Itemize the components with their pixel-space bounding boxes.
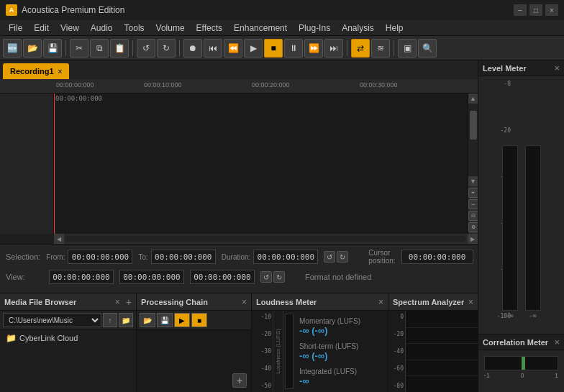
bottom-panels: Media File Browser × + C:\Users\new\Musi… <box>0 293 478 392</box>
sel-undo-button[interactable]: ↺ <box>324 251 335 263</box>
path-folder-button[interactable]: 📁 <box>119 313 133 327</box>
integrated-label: Integrated (LUFS) <box>299 368 383 375</box>
menu-help[interactable]: Help <box>380 22 409 35</box>
chain-play-btn[interactable]: ▶ <box>174 313 190 327</box>
selection-from-input[interactable] <box>68 250 132 264</box>
titlebar: A Acoustica Premium Edition − □ × <box>0 0 564 20</box>
scroll-right-arrow[interactable]: ▶ <box>468 234 478 244</box>
scroll-up-arrow[interactable]: ▲ <box>468 94 478 104</box>
view-undo-button[interactable]: ↺ <box>260 271 272 283</box>
copy-button[interactable]: ⧉ <box>90 39 109 58</box>
open-button[interactable]: 📂 <box>23 39 42 58</box>
sync-button[interactable]: ≋ <box>371 39 390 58</box>
selection-to-input[interactable] <box>151 250 216 264</box>
menu-analysis[interactable]: Analysis <box>336 22 380 35</box>
view-to-input[interactable] <box>119 270 184 284</box>
chain-add-button[interactable]: + <box>232 373 247 388</box>
waveform-canvas[interactable]: 00:00:00:000 <box>54 94 468 234</box>
spectrum-close[interactable]: × <box>468 297 473 307</box>
waveform-area: 00:00:00:000 ▲ ▼ + − ⊡ ⚙ <box>0 94 478 234</box>
processing-chain-close[interactable]: × <box>242 297 247 307</box>
horizontal-scrollbar: ◀ ▶ <box>54 234 478 244</box>
fast-forward-button[interactable]: ⏩ <box>304 39 323 58</box>
corr-labels: -1 0 1 <box>484 372 558 379</box>
goto-end-button[interactable]: ⏭ <box>324 39 343 58</box>
cursor-pos-input[interactable] <box>401 250 473 264</box>
menu-effects[interactable]: Effects <box>191 22 228 35</box>
meter-bar-left <box>502 145 518 311</box>
menu-enhancement[interactable]: Enhancement <box>228 22 293 35</box>
path-up-button[interactable]: ↑ <box>103 313 117 327</box>
search-button[interactable]: 🔍 <box>418 39 437 58</box>
loudness-meter-close[interactable]: × <box>378 297 383 307</box>
time-display: 00:00:00:000 <box>55 95 102 102</box>
close-tab-icon[interactable]: × <box>58 68 63 76</box>
menu-file[interactable]: File <box>3 22 28 35</box>
menu-view[interactable]: View <box>55 22 85 35</box>
vertical-scrollbar: ▲ ▼ + − ⊡ ⚙ <box>468 94 478 234</box>
redo-button[interactable]: ↻ <box>157 39 176 58</box>
sel-redo-button[interactable]: ↻ <box>337 251 348 263</box>
zoom-in-plus[interactable]: + <box>468 188 478 198</box>
media-browser-add[interactable]: + <box>126 296 132 308</box>
chain-open-btn[interactable]: 📂 <box>140 313 155 327</box>
scroll-track-vertical[interactable] <box>468 104 478 176</box>
menu-audio[interactable]: Audio <box>85 22 119 35</box>
menu-plugins[interactable]: Plug-Ins <box>293 22 336 35</box>
goto-start-button[interactable]: ⏮ <box>204 39 222 58</box>
menu-tools[interactable]: Tools <box>119 22 150 35</box>
level-meter-close[interactable]: × <box>554 63 560 73</box>
corr-meter-close[interactable]: × <box>554 337 560 347</box>
level-meter-visual: -8 -20 -40 -60 -80 -100 -∞ <box>478 76 564 334</box>
media-path-bar: C:\Users\new\Music ↑ 📁 <box>0 311 136 330</box>
timeline-ruler: 00:00:00:000 00:00:10:000 00:00:20:000 0… <box>0 79 478 94</box>
loudness-bar <box>285 314 294 389</box>
momentary-value: -∞ (-∞) <box>299 325 383 336</box>
view-duration-input[interactable] <box>190 270 255 284</box>
close-button[interactable]: × <box>545 4 558 16</box>
lufs-label-vert: Loudness (LUFS) <box>273 311 283 392</box>
chain-save-btn[interactable]: 💾 <box>157 313 173 327</box>
view-redo-button[interactable]: ↻ <box>273 271 285 283</box>
recording1-tab[interactable]: Recording1 × <box>3 63 69 79</box>
view-dur-group <box>190 270 255 284</box>
correlation-meter-panel: Correlation Meter × -1 0 1 <box>478 334 564 392</box>
cyberlink-cloud-item[interactable]: 📁 CyberLink Cloud <box>0 330 136 346</box>
loop-button[interactable]: ⇄ <box>351 39 370 58</box>
scroll-thumb-vertical[interactable] <box>470 111 477 140</box>
media-browser-header: Media File Browser × + <box>0 293 136 311</box>
path-dropdown[interactable]: C:\Users\new\Music <box>3 313 101 327</box>
stop-button[interactable]: ■ <box>264 39 283 58</box>
time-marker-2: 00:00:20:000 <box>252 81 290 88</box>
new-button[interactable]: 🆕 <box>3 39 22 58</box>
undo-button[interactable]: ↺ <box>137 39 155 58</box>
view-from-input[interactable] <box>49 270 114 284</box>
record-button[interactable]: ⏺ <box>183 39 202 58</box>
zoom-fit[interactable]: ⊡ <box>468 211 478 221</box>
maximize-button[interactable]: □ <box>529 4 542 16</box>
play-button[interactable]: ▶ <box>244 39 263 58</box>
media-browser-close[interactable]: × <box>115 297 120 307</box>
cut-button[interactable]: ✂ <box>70 39 88 58</box>
spectrum-header: Spectrum Analyzer × <box>388 293 478 311</box>
menu-volume[interactable]: Volume <box>150 22 191 35</box>
paste-button[interactable]: 📋 <box>110 39 129 58</box>
menu-edit[interactable]: Edit <box>28 22 55 35</box>
rewind-button[interactable]: ⏪ <box>224 39 242 58</box>
right-panel: Level Meter × -8 -20 -40 -60 -80 -100 -∞ <box>478 60 564 392</box>
pause-button[interactable]: ⏸ <box>284 39 303 58</box>
scroll-down-arrow[interactable]: ▼ <box>468 176 478 186</box>
mix-button[interactable]: ▣ <box>398 39 417 58</box>
spectrum-content: 0 -20 -40 -60 -80 <box>388 311 478 392</box>
zoom-settings[interactable]: ⚙ <box>468 222 478 232</box>
scroll-track-horizontal[interactable] <box>65 236 466 242</box>
zoom-out-minus[interactable]: − <box>468 199 478 209</box>
selection-duration-input[interactable] <box>253 250 318 264</box>
cyberlink-cloud-label: CyberLink Cloud <box>19 334 78 342</box>
minimize-button[interactable]: − <box>514 4 527 16</box>
save-button[interactable]: 💾 <box>43 39 62 58</box>
chain-stop-btn[interactable]: ■ <box>191 313 207 327</box>
toolbar-separator-4 <box>347 40 347 56</box>
loudness-scale: -10 -20 -30 -40 -50 <box>252 311 273 392</box>
scroll-left-arrow[interactable]: ◀ <box>54 234 64 244</box>
